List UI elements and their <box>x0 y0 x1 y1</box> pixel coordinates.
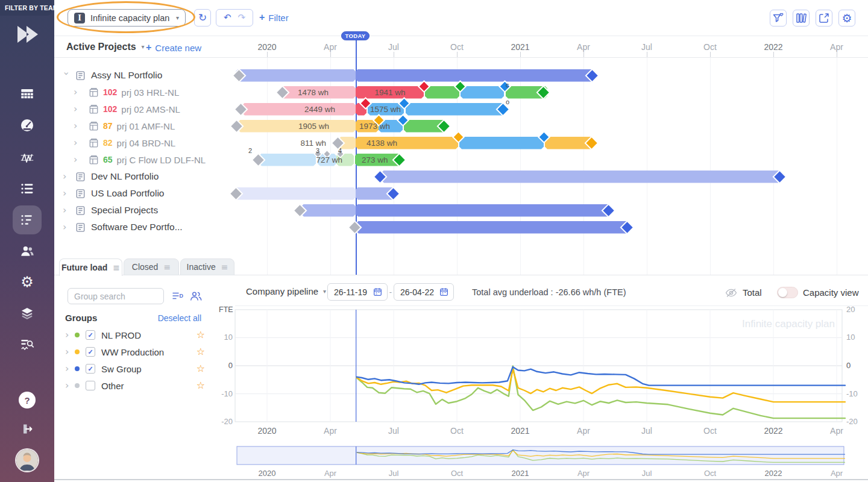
sidebar-item-schedule[interactable] <box>13 80 42 108</box>
mini-x-label: 2022 <box>765 469 782 478</box>
tree-row[interactable]: ›65prj C Flow LD DLF-NL <box>58 152 206 167</box>
create-new-button[interactable]: + Create new <box>146 42 201 53</box>
chevron-down-icon[interactable]: › <box>61 72 71 79</box>
user-avatar[interactable] <box>16 449 38 471</box>
timeline-label: 2022 <box>764 42 782 52</box>
chevron-right-icon[interactable]: › <box>63 189 70 198</box>
chevron-right-icon[interactable]: › <box>74 155 81 164</box>
tab-closed[interactable]: Closed ≡ <box>124 258 179 275</box>
chevron-right-icon[interactable]: › <box>65 364 72 374</box>
bar-label: 2449 wh <box>269 104 335 114</box>
gantt-bar[interactable] <box>356 221 629 234</box>
sidebar-item-audit-search[interactable] <box>13 330 42 359</box>
task-count-badge: 65 <box>103 155 113 164</box>
mini-x-label: Apr <box>577 469 590 478</box>
redo-icon[interactable]: ↷ <box>238 13 246 22</box>
add-filter-button[interactable]: + Filter <box>259 12 289 23</box>
sidebar-item-layers[interactable] <box>13 299 42 328</box>
tab-inactive[interactable]: Inactive ≡ <box>180 258 234 275</box>
favorite-star-icon[interactable]: ☆ <box>197 330 205 340</box>
favorite-star-icon[interactable]: ☆ <box>197 381 205 390</box>
tree-row[interactable]: ›Special Projects <box>58 202 158 218</box>
chevron-right-icon[interactable]: › <box>65 347 72 357</box>
group-row-sw-group[interactable]: ›✓Sw Group☆ <box>65 362 205 376</box>
y-axis-label-right: -20 <box>846 417 858 426</box>
sidebar-item-resources[interactable] <box>13 237 42 266</box>
deselect-all-link[interactable]: Deselect all <box>151 313 201 323</box>
tab-menu-icon[interactable]: ≡ <box>221 263 228 271</box>
group-checkbox[interactable]: ✓ <box>86 347 95 357</box>
gantt-bar[interactable] <box>301 204 356 217</box>
tab-menu-icon[interactable]: ≡ <box>163 263 171 271</box>
tree-row[interactable]: ›82prj 04 BRD-NL <box>58 135 175 151</box>
group-checkbox[interactable]: ✓ <box>86 330 95 340</box>
group-row-other[interactable]: ›Other☆ <box>65 378 205 393</box>
group-row-ww-production[interactable]: ›✓WW Production☆ <box>65 345 205 359</box>
export-button[interactable] <box>816 10 832 27</box>
tab-menu-icon[interactable]: ≡ <box>113 263 120 272</box>
tree-row[interactable]: ›102prj 03 HRL-NL <box>58 84 179 100</box>
portfolio-icon <box>75 172 86 182</box>
gantt-bar[interactable] <box>382 171 781 183</box>
logout-icon[interactable] <box>20 422 34 438</box>
group-row-nl-prod[interactable]: ›✓NL PROD☆ <box>65 328 205 342</box>
resource-groups-icon[interactable] <box>190 291 202 304</box>
plan-selector-button[interactable]: I Infinite capacity plan ▾ <box>68 9 186 27</box>
help-button[interactable]: ? <box>19 392 36 408</box>
gantt-bar[interactable] <box>356 69 594 82</box>
chevron-right-icon[interactable]: › <box>74 121 81 131</box>
gantt-bar[interactable] <box>356 204 610 217</box>
tree-row[interactable]: ›US Load Portfolio <box>58 186 165 201</box>
pipeline-selector[interactable]: Company pipeline ▾ <box>246 286 326 296</box>
gantt-bar[interactable] <box>459 137 544 149</box>
tree-row[interactable]: ›87prj 01 AMF-NL <box>58 118 175 134</box>
chevron-right-icon[interactable]: › <box>65 330 72 340</box>
date-to-input[interactable]: 26-04-22 <box>394 283 454 301</box>
tree-row[interactable]: ›102prj 02 AMS-NL <box>58 101 180 117</box>
app-logo[interactable] <box>11 22 43 49</box>
chevron-right-icon[interactable]: › <box>63 205 70 215</box>
timeline-header-divider <box>54 57 868 58</box>
chevron-down-icon: ▾ <box>176 15 179 21</box>
sidebar-item-gantt-chart[interactable] <box>13 205 42 234</box>
sidebar-item-task-list[interactable] <box>13 174 42 203</box>
chevron-right-icon[interactable]: › <box>74 104 81 114</box>
date-from-input[interactable]: 26-11-19 <box>327 283 388 301</box>
gantt-bar[interactable] <box>425 86 459 99</box>
gantt-bar[interactable] <box>461 86 504 99</box>
sidebar-item-dashboard[interactable] <box>13 111 42 140</box>
chevron-right-icon[interactable]: › <box>74 87 81 97</box>
task-count-badge: 87 <box>103 121 113 131</box>
projects-view-selector[interactable]: Active Projects ▾ <box>66 42 145 52</box>
tree-row[interactable]: ›Dev NL Portfolio <box>58 169 159 184</box>
sort-by-department-icon[interactable]: D <box>172 291 183 304</box>
chart-x-label: 2020 <box>257 426 276 436</box>
gantt-icon <box>19 212 35 228</box>
chevron-right-icon[interactable]: › <box>65 381 72 390</box>
gantt-bar[interactable] <box>234 187 356 200</box>
tree-row[interactable]: ›Software Dev Portfo... <box>58 219 183 235</box>
favorite-star-icon[interactable]: ☆ <box>197 364 205 374</box>
group-checkbox[interactable]: ✓ <box>86 364 95 374</box>
sidebar-item-load-graph[interactable] <box>13 143 42 172</box>
group-checkbox[interactable] <box>86 381 95 390</box>
sidebar-item-settings[interactable]: ⚙ <box>13 268 42 296</box>
total-toggle[interactable]: Total <box>725 287 762 298</box>
settings-button[interactable]: ⚙ <box>838 10 855 27</box>
filter-favorites-button[interactable] <box>770 10 787 27</box>
chevron-right-icon[interactable]: › <box>74 138 81 148</box>
tab-future-load[interactable]: Future load ≡ <box>59 258 122 276</box>
refresh-button[interactable]: ↻ <box>194 9 211 27</box>
chevron-right-icon[interactable]: › <box>63 222 70 232</box>
gauge-icon <box>19 117 35 133</box>
today-badge[interactable]: TODAY <box>341 31 370 40</box>
gantt-bar[interactable] <box>236 69 356 82</box>
reports-button[interactable] <box>793 10 810 27</box>
group-search-input[interactable] <box>68 288 164 304</box>
grid-line <box>647 57 647 275</box>
tree-row[interactable]: ›Assy NL Portfolio <box>58 67 162 83</box>
undo-icon[interactable]: ↶ <box>224 13 231 22</box>
favorite-star-icon[interactable]: ☆ <box>197 347 205 357</box>
chevron-right-icon[interactable]: › <box>63 172 70 181</box>
capacity-view-toggle[interactable] <box>777 287 798 298</box>
